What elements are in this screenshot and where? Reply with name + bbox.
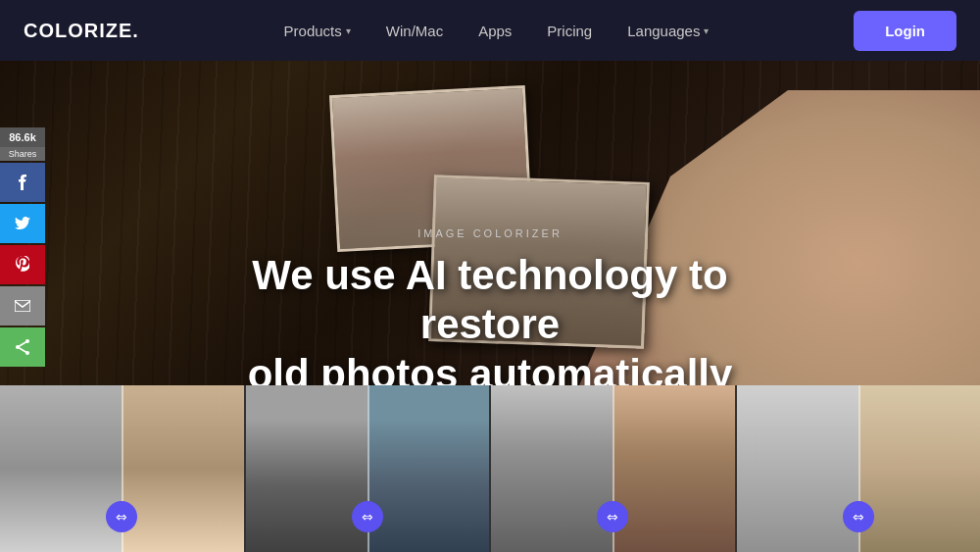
bw-half-2 [246, 385, 368, 552]
swap-icon-3[interactable]: ⇔ [597, 501, 628, 532]
products-arrow-icon: ▾ [346, 25, 351, 36]
hero-label: IMAGE COLORIZER [245, 227, 735, 239]
hero-title: We use AI technology to restore old phot… [245, 251, 735, 399]
photo-card-3[interactable]: ⇔ [491, 385, 737, 552]
svg-rect-0 [15, 300, 30, 312]
nav-pricing[interactable]: Pricing [533, 15, 606, 47]
photo-card-2[interactable]: ⇔ [246, 385, 492, 552]
logo[interactable]: COLORIZE. [24, 20, 139, 42]
bw-half-1 [0, 385, 122, 552]
bw-half-4 [737, 385, 858, 552]
nav-links: Products ▾ Win/Mac Apps Pricing Language… [270, 15, 723, 47]
photo-strip: ⇔ ⇔ ⇔ ⇔ [0, 385, 980, 552]
nav-winmac[interactable]: Win/Mac [372, 15, 457, 47]
color-half-2 [368, 385, 489, 552]
svg-line-5 [18, 347, 27, 353]
share-count: 86.6k [0, 127, 45, 147]
nav-products[interactable]: Products ▾ [270, 15, 365, 47]
nav-languages[interactable]: Languages ▾ [613, 15, 722, 47]
swap-icon-4[interactable]: ⇔ [843, 501, 874, 532]
twitter-share-button[interactable] [0, 204, 45, 243]
share-label: Shares [0, 147, 45, 161]
sharethis-button[interactable] [0, 327, 45, 367]
social-sidebar: 86.6k Shares [0, 127, 45, 369]
bw-half-3 [491, 385, 612, 552]
email-share-button[interactable] [0, 286, 45, 326]
pinterest-share-button[interactable] [0, 245, 45, 284]
login-button[interactable]: Login [854, 11, 956, 51]
swap-icon-1[interactable]: ⇔ [106, 501, 137, 532]
color-half-1 [122, 385, 243, 552]
svg-line-4 [18, 341, 27, 347]
nav-apps[interactable]: Apps [465, 15, 525, 47]
navbar: COLORIZE. Products ▾ Win/Mac Apps Pricin… [0, 0, 980, 61]
color-half-3 [612, 385, 734, 552]
facebook-share-button[interactable] [0, 163, 45, 202]
languages-arrow-icon: ▾ [704, 25, 709, 36]
hero-section: IMAGE COLORIZER We use AI technology to … [0, 61, 980, 552]
photo-card-1[interactable]: ⇔ [0, 385, 246, 552]
swap-icon-2[interactable]: ⇔ [352, 501, 383, 532]
color-half-4 [858, 385, 980, 552]
photo-card-4[interactable]: ⇔ [737, 385, 981, 552]
